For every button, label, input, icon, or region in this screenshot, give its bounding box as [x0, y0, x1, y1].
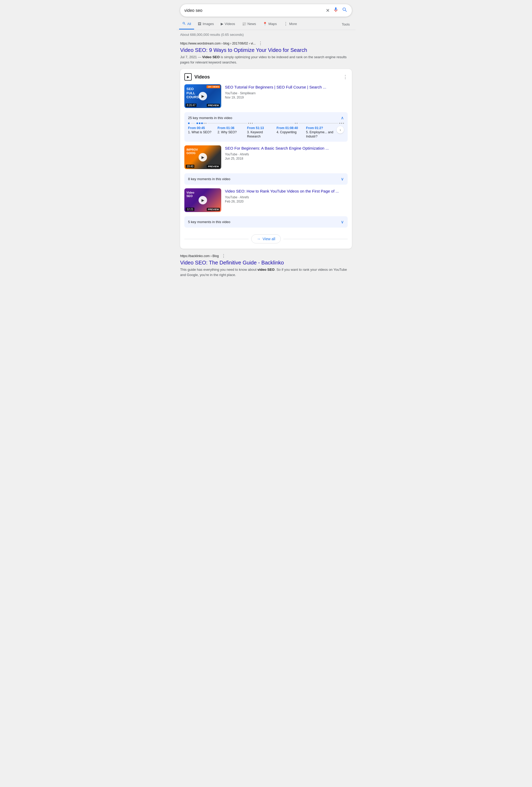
video-thumb-2[interactable]: IMPROVGOOG ▶ 19:40 PREVIEW	[184, 145, 221, 169]
video-title-3[interactable]: Video SEO: How to Rank YouTube Videos on…	[225, 188, 348, 194]
video-card-more-btn[interactable]: ⋮	[343, 74, 348, 80]
view-all-line-left	[184, 239, 249, 239]
key-moment-time-3[interactable]: From 51:13	[247, 126, 275, 130]
view-all-line-right	[283, 239, 348, 239]
thumb-seo-text-3: VideoSEO	[187, 191, 194, 198]
result-title-2[interactable]: Video SEO: The Definitive Guide - Backli…	[180, 259, 352, 266]
thumb-seo-text-2: IMPROVGOOG	[187, 148, 198, 155]
mic-button[interactable]	[333, 7, 339, 14]
video-item-3: VideoSEO ▶ 12:21 PREVIEW Video SEO: How …	[184, 188, 348, 212]
view-all-button[interactable]: → View all	[251, 234, 281, 243]
thumb-preview-1: PREVIEW	[207, 104, 220, 107]
snippet-bold-2: video SEO	[257, 268, 274, 272]
video-thumb-1[interactable]: 1M+ VIEWS SEOFULLCOURSE ▶ 8:26:47 PREVIE…	[184, 84, 221, 108]
videos-icon: ▶	[221, 22, 224, 26]
thumb-play-2[interactable]: ▶	[198, 153, 207, 162]
key-moments-header-3[interactable]: 5 key moments in this video ∨	[188, 219, 344, 225]
key-moments-arrow: ›	[336, 126, 344, 133]
view-all-container: → View all	[184, 231, 348, 244]
key-moments-header-2[interactable]: 8 key moments in this video ∨	[188, 176, 344, 182]
thumb-play-3[interactable]: ▶	[198, 196, 207, 205]
result-url-2: https://backlinko.com › Blog ⋮	[180, 253, 352, 258]
timeline-dots-1	[188, 123, 344, 124]
tdot-sm-8	[339, 123, 340, 124]
thumb-play-1[interactable]: ▶	[198, 92, 207, 100]
tdot-1	[188, 123, 190, 124]
tdot-sm-4	[250, 123, 251, 124]
arrow-right-icon: →	[257, 237, 260, 241]
key-moment-label-3: 3. Keyword Research	[247, 130, 275, 139]
key-moments-label-1: 25 key moments in this video	[188, 116, 232, 120]
tab-more[interactable]: ⋮ More	[280, 19, 300, 30]
result-more-btn-1[interactable]: ⋮	[258, 41, 262, 46]
key-moments-3: 5 key moments in this video ∨	[184, 216, 348, 228]
video-title-1[interactable]: SEO Tutorial For Beginners | SEO Full Co…	[225, 84, 348, 90]
tab-all-label: All	[187, 22, 191, 26]
video-title-2[interactable]: SEO For Beginners: A Basic Search Engine…	[225, 145, 348, 151]
collapse-icon-3[interactable]: ∨	[341, 219, 344, 225]
result-snippet-1: Jul 7, 2021 — Video SEO is simply optimi…	[180, 55, 352, 65]
video-item-1: 1M+ VIEWS SEOFULLCOURSE ▶ 8:26:47 PREVIE…	[184, 84, 348, 108]
result-title-1[interactable]: Video SEO: 9 Ways to Optimize Your Video…	[180, 47, 352, 54]
thumb-preview-2: PREVIEW	[207, 165, 220, 168]
video-meta-1: SEO Tutorial For Beginners | SEO Full Co…	[225, 84, 348, 99]
video-meta-3: Video SEO: How to Rank YouTube Videos on…	[225, 188, 348, 203]
news-icon: 📰	[242, 22, 246, 26]
tab-images-label: Images	[203, 22, 214, 26]
key-moment-time-1[interactable]: From 00:45	[188, 126, 216, 130]
thumb-duration-3: 12:21	[186, 208, 194, 211]
view-all-label: View all	[262, 237, 275, 241]
tab-maps[interactable]: 📍 Maps	[260, 19, 280, 29]
key-moment-time-4[interactable]: From 01:08:40	[277, 126, 305, 130]
snippet-date-1: Jul 7, 2021	[180, 55, 197, 59]
snippet-text-1: — Video SEO is simply optimizing your vi…	[180, 55, 346, 64]
key-moments-2: 8 key moments in this video ∨	[184, 173, 348, 185]
tdot-sm-9	[341, 123, 342, 124]
maps-icon: 📍	[263, 22, 267, 26]
tdot-sm-1	[204, 123, 205, 124]
tools-button[interactable]: Tools	[339, 20, 353, 29]
result-url-1: https://www.wordstream.com › blog › 2017…	[180, 41, 352, 46]
tdot-2	[196, 123, 198, 124]
organic-result-2: https://backlinko.com › Blog ⋮ Video SEO…	[176, 250, 356, 280]
clear-button[interactable]: ✕	[326, 8, 330, 14]
results-info: About 688,000,000 results (0.65 seconds)	[176, 30, 356, 38]
tab-images[interactable]: 🖼 Images	[195, 19, 217, 29]
search-button[interactable]	[342, 7, 348, 14]
key-moments-1: 25 key moments in this video ∧	[184, 112, 348, 142]
video-card-title: Videos	[194, 74, 210, 80]
snippet-text-before-2: This guide has everything you need to kn…	[180, 268, 257, 272]
tab-maps-label: Maps	[268, 22, 277, 26]
key-moments-label-3: 5 key moments in this video	[188, 220, 230, 224]
result-more-btn-2[interactable]: ⋮	[221, 253, 226, 258]
play-icon: ▶	[187, 75, 189, 79]
expand-icon-1[interactable]: ∧	[341, 115, 344, 120]
tdot-sm-6	[295, 123, 296, 124]
search-icons: ✕	[326, 7, 348, 14]
key-moment-label-1: 1. What is SEO?	[188, 130, 216, 134]
video-source-2: YouTube · Ahrefs	[225, 152, 348, 156]
collapse-icon-2[interactable]: ∨	[341, 176, 344, 182]
video-thumb-3[interactable]: VideoSEO ▶ 12:21 PREVIEW	[184, 188, 221, 212]
mic-icon	[333, 7, 339, 14]
thumb-preview-3: PREVIEW	[207, 208, 220, 211]
next-moment-btn[interactable]: ›	[337, 126, 344, 133]
key-moment-2: From 01:36 2. Why SEO?	[217, 126, 246, 134]
key-moment-label-2: 2. Why SEO?	[217, 130, 246, 134]
thumb-duration-1: 8:26:47	[186, 104, 196, 107]
result-url-text-1: https://www.wordstream.com › blog › 2017…	[180, 42, 256, 45]
tdot-line-2	[207, 123, 247, 124]
tab-videos[interactable]: ▶ Videos	[217, 19, 238, 29]
video-date-2: Jun 25, 2018	[225, 157, 348, 161]
all-icon	[182, 22, 186, 26]
key-moments-header-1[interactable]: 25 key moments in this video ∧	[188, 115, 344, 120]
tdot-sm-10	[343, 123, 344, 124]
key-moment-time-5[interactable]: From 01:2?	[306, 126, 335, 130]
tab-news[interactable]: 📰 News	[239, 19, 259, 29]
tab-all[interactable]: All	[179, 19, 194, 29]
more-icon: ⋮	[284, 21, 288, 26]
search-bar-container: ✕	[176, 0, 356, 17]
video-card-icon: ▶	[184, 73, 192, 81]
search-input[interactable]	[184, 8, 323, 13]
key-moment-time-2[interactable]: From 01:36	[217, 126, 246, 130]
